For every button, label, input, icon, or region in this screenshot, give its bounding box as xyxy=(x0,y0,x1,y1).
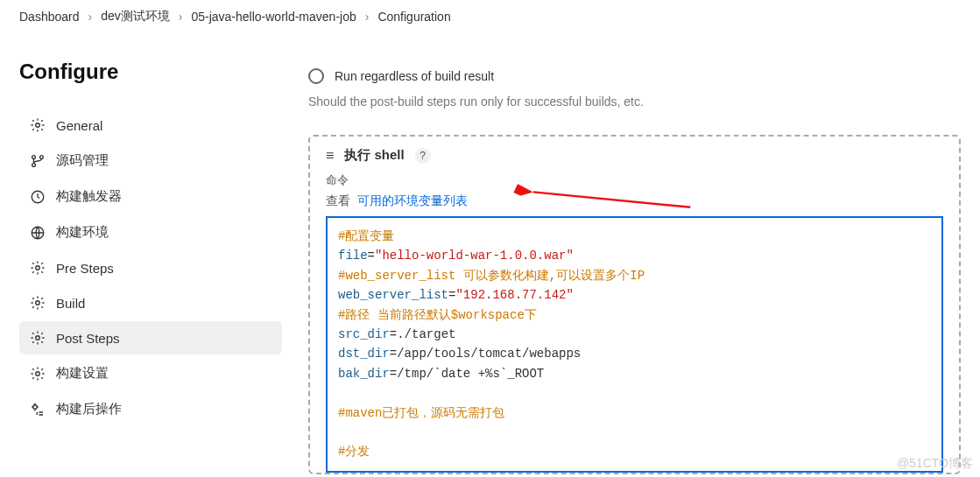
svg-point-9 xyxy=(36,371,40,375)
radio-run-regardless[interactable]: Run regardless of build result xyxy=(308,68,961,84)
sidebar: Configure General源码管理构建触发器构建环境Pre StepsB… xyxy=(19,33,308,474)
drag-handle-icon[interactable]: ≡ xyxy=(326,148,334,164)
sidebar-item-构建触发器[interactable]: 构建触发器 xyxy=(19,179,282,214)
sidebar-item-label: 源码管理 xyxy=(56,152,109,169)
gear-icon xyxy=(30,330,46,346)
main-panel: Run regardless of build result Should th… xyxy=(308,33,961,474)
sidebar-item-label: 构建触发器 xyxy=(56,188,122,205)
sidebar-item-label: General xyxy=(56,118,102,133)
gear-icon xyxy=(30,366,46,382)
gear-icon xyxy=(30,260,46,276)
page-title: Configure xyxy=(19,60,282,84)
svg-point-3 xyxy=(40,155,44,158)
shell-command-textarea[interactable]: #配置变量file="hello-world-war-1.0.0.war"#we… xyxy=(326,216,943,473)
breadcrumb: Dashboard › dev测试环境 › 05-java-hello-worl… xyxy=(0,0,980,33)
sidebar-item-post-steps[interactable]: Post Steps xyxy=(19,321,282,354)
sidebar-item-label: Post Steps xyxy=(56,331,120,346)
breadcrumb-item[interactable]: Dashboard xyxy=(19,10,80,24)
branch-icon xyxy=(30,153,46,169)
sidebar-item-label: 构建后操作 xyxy=(56,401,122,417)
gear-tree-icon xyxy=(30,402,46,417)
breadcrumb-item[interactable]: 05-java-hello-world-maven-job xyxy=(191,10,356,24)
svg-point-6 xyxy=(36,266,40,270)
sidebar-item-label: Build xyxy=(56,296,85,311)
execute-shell-block: ≡ 执行 shell ? 命令 查看 可用的环境变量列表 #配置变量file="… xyxy=(308,135,961,474)
hint-text: Should the post-build steps run only for… xyxy=(308,95,961,109)
sidebar-item-label: 构建环境 xyxy=(56,224,109,241)
sidebar-item-label: 构建设置 xyxy=(56,365,109,382)
svg-point-2 xyxy=(32,163,36,166)
help-icon[interactable]: ? xyxy=(415,148,431,164)
sidebar-item-build[interactable]: Build xyxy=(19,286,282,319)
radio-label: Run regardless of build result xyxy=(335,69,494,83)
breadcrumb-item[interactable]: dev测试环境 xyxy=(101,9,170,25)
clock-icon xyxy=(30,189,46,205)
sidebar-item-源码管理[interactable]: 源码管理 xyxy=(19,144,282,178)
chevron-right-icon: › xyxy=(179,10,183,24)
breadcrumb-item[interactable]: Configuration xyxy=(377,10,450,24)
shell-step-title: 执行 shell xyxy=(344,147,404,164)
sidebar-item-label: Pre Steps xyxy=(56,261,114,276)
svg-point-7 xyxy=(36,301,40,305)
chevron-right-icon: › xyxy=(88,10,93,24)
globe-icon xyxy=(30,225,46,241)
chevron-right-icon: › xyxy=(365,10,370,24)
sidebar-item-general[interactable]: General xyxy=(19,109,282,142)
svg-point-10 xyxy=(33,404,38,409)
sidebar-item-构建环境[interactable]: 构建环境 xyxy=(19,215,282,249)
sidebar-item-pre-steps[interactable]: Pre Steps xyxy=(19,251,282,284)
gear-icon xyxy=(30,295,46,311)
env-vars-link[interactable]: 可用的环境变量列表 xyxy=(357,193,468,207)
svg-point-0 xyxy=(36,123,40,128)
svg-point-1 xyxy=(32,155,36,158)
sidebar-item-构建后操作[interactable]: 构建后操作 xyxy=(19,392,282,426)
svg-point-8 xyxy=(36,336,40,340)
gear-icon xyxy=(30,117,46,133)
radio-icon[interactable] xyxy=(308,68,324,84)
sidebar-item-构建设置[interactable]: 构建设置 xyxy=(19,356,282,390)
